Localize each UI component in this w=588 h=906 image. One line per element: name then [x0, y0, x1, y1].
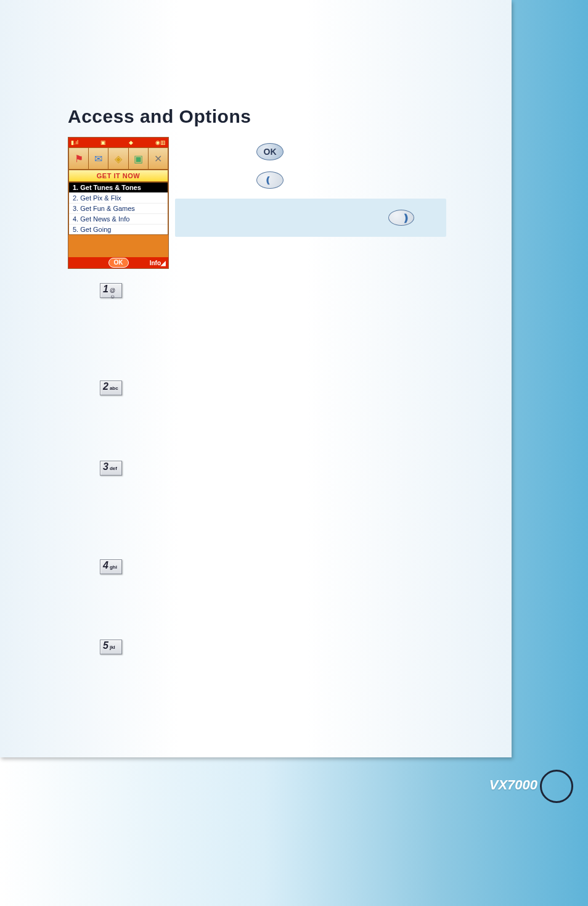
model-label: VX7000 [489, 777, 537, 793]
tab-icon: ▣ [129, 148, 149, 169]
tab-icon: ✉ [89, 148, 108, 169]
phone-banner: GET IT NOW [68, 170, 168, 182]
key-number: 4 [103, 560, 108, 571]
page-background: Access and Options ▮.ıl ▣ ◆ ◉▥ ⚑ ✉ ◈ ▣ ✕… [0, 0, 588, 906]
key-number: 1 [103, 284, 108, 295]
key-number: 5 [103, 640, 108, 651]
battery-icon: ◉▥ [155, 139, 166, 146]
phone-tab-row: ⚑ ✉ ◈ ▣ ✕ [68, 147, 168, 170]
key-symbols: @ ☺ [110, 287, 119, 300]
nav-button-icon: ❫ [388, 210, 414, 226]
keypad-2-icon: 2 abc [100, 381, 122, 395]
phone-menu: 1. Get Tunes & Tones 2. Get Pix & Flix 3… [68, 182, 168, 235]
phone-menu-item: 1. Get Tunes & Tones [69, 183, 168, 192]
phone-menu-item: 5. Get Going [69, 224, 168, 234]
tab-icon: ⚑ [69, 148, 89, 169]
key-letters: abc [110, 385, 118, 391]
phone-status-bar: ▮.ıl ▣ ◆ ◉▥ [68, 138, 168, 147]
key-letters: def [110, 466, 117, 471]
page-number-circle [540, 770, 573, 803]
keypad-5-icon: 5 jkl [100, 640, 122, 654]
key-number: 2 [103, 381, 108, 392]
key-letters: ghi [110, 564, 117, 570]
page-title: Access and Options [68, 106, 251, 127]
tab-icon: ✕ [149, 148, 168, 169]
nav-button-icon: ❪ [256, 171, 284, 189]
note-box: ❫ [175, 199, 446, 237]
signal-icon: ▮.ıl [71, 139, 78, 146]
camera-icon: ▣ [100, 139, 106, 146]
key-letters: jkl [110, 644, 115, 650]
phone-screenshot: ▮.ıl ▣ ◆ ◉▥ ⚑ ✉ ◈ ▣ ✕ GET IT NOW 1. Get … [68, 137, 169, 269]
phone-ok-softkey: OK [108, 258, 129, 268]
keypad-1-icon: 1 @ ☺ [100, 283, 122, 298]
chevron-icon: ❪ [264, 175, 272, 185]
phone-menu-item: 3. Get Fun & Games [69, 203, 168, 213]
phone-softkey-bar: OK Info◢ [68, 257, 168, 268]
keypad-3-icon: 3 def [100, 461, 122, 476]
phone-menu-item: 4. Get News & Info [69, 213, 168, 224]
phone-info-softkey: Info◢ [150, 260, 166, 266]
ok-button-icon: OK [256, 143, 284, 160]
paper-area: Access and Options ▮.ıl ▣ ◆ ◉▥ ⚑ ✉ ◈ ▣ ✕… [0, 0, 512, 757]
keypad-4-icon: 4 ghi [100, 559, 122, 574]
status-icon: ◆ [129, 139, 133, 146]
phone-menu-item: 2. Get Pix & Flix [69, 192, 168, 203]
tab-icon: ◈ [108, 148, 128, 169]
key-number: 3 [103, 461, 108, 472]
